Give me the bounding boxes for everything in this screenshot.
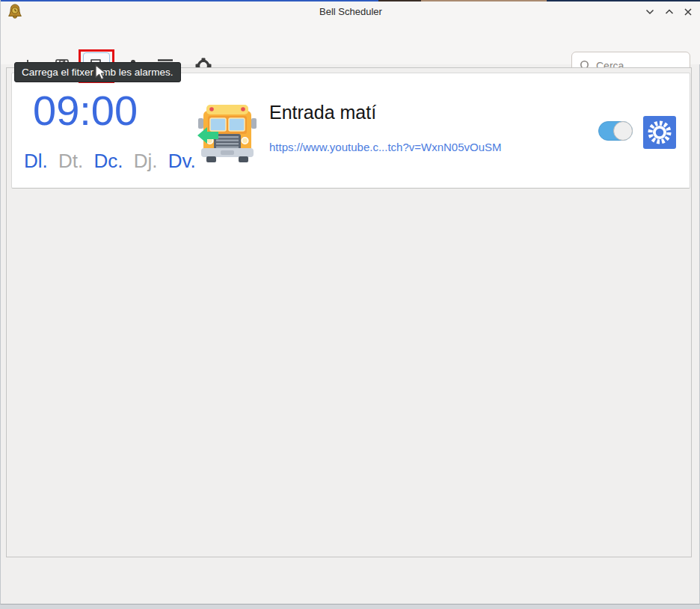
close-button[interactable]: [680, 4, 696, 20]
school-bus-icon: [197, 99, 257, 163]
close-icon: [684, 7, 693, 16]
alarm-days: Dl. Dt. Dc. Dj. Dv.: [24, 150, 201, 173]
day-monday: Dl.: [24, 150, 48, 172]
alarm-title: Entrada matí: [269, 102, 376, 123]
day-friday: Dv.: [168, 150, 196, 172]
mouse-cursor: [95, 64, 111, 85]
alarm-url-link[interactable]: https://www.youtube.c...tch?v=WxnN05vOuS…: [269, 141, 502, 153]
chevron-up-icon: [665, 7, 674, 16]
toggle-knob: [613, 121, 633, 141]
alarm-settings-button[interactable]: [643, 116, 676, 149]
window-title: Bell Scheduler: [1, 1, 700, 22]
maximize-button[interactable]: [661, 4, 678, 20]
toolbar: [1, 22, 700, 64]
chevron-down-icon: [645, 7, 654, 16]
alarm-card: 09:00 Dl. Dt. Dc. Dj. Dv.: [11, 73, 690, 189]
day-tuesday: Dt.: [58, 150, 83, 172]
day-thursday: Dj.: [134, 150, 158, 172]
titlebar: Bell Scheduler: [1, 1, 700, 22]
day-wednesday: Dc.: [93, 150, 123, 172]
minimize-button[interactable]: [642, 4, 658, 20]
app-window: Bell Scheduler: [0, 0, 700, 605]
gear-icon: [647, 120, 672, 145]
alarm-enabled-toggle[interactable]: [598, 121, 633, 141]
alarm-time: 09:00: [33, 90, 138, 132]
